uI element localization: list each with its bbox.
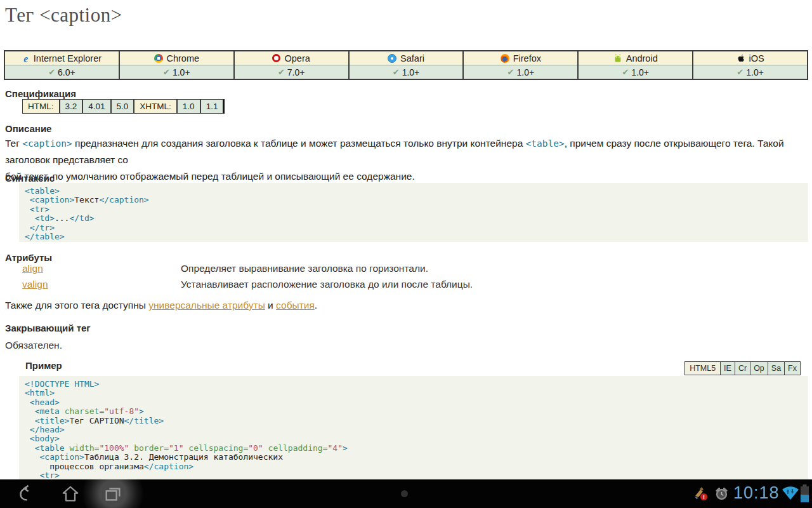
browser-name: Internet Explorer: [34, 53, 102, 64]
home-button[interactable]: [61, 485, 80, 504]
cleaner-notification-icon: !: [693, 486, 709, 502]
attribute-description: Устанавливает расположение заголовка до …: [181, 279, 473, 290]
code-token: <meta: [25, 406, 65, 416]
code-token: border=: [129, 443, 169, 453]
section-heading-specification: Спецификация: [5, 88, 76, 99]
check-icon: ✔: [508, 67, 514, 77]
chrome-icon: [154, 54, 163, 63]
code-token: >: [343, 443, 348, 453]
browser-name: Safari: [400, 53, 424, 64]
code-token: Тег CAPTION: [69, 416, 124, 425]
navbar-center-dot: [401, 490, 408, 497]
browser-version: 1.0+: [746, 67, 764, 77]
spec-cell-32: 3.2: [59, 100, 82, 113]
code-token: <caption>: [25, 452, 84, 462]
code-token: </title>: [124, 416, 164, 425]
spec-cell-html: HTML:: [23, 100, 59, 113]
syntax-code-block: <table> <caption>Текст</caption> <tr> <t…: [19, 183, 808, 242]
code-token: "4": [327, 443, 342, 453]
section-heading-closing-tag: Закрывающий тег: [5, 323, 91, 333]
specification-table: HTML:3.24.015.0XHTML:1.01.1: [22, 99, 225, 114]
attribute-description: Определяет выравнивание заголовка по гор…: [181, 263, 428, 274]
browser-name-cell: Chrome: [120, 51, 233, 65]
code-token: </td>: [69, 213, 94, 223]
browser-version-cell: ✔1.0+: [693, 65, 807, 79]
code-token: <html>: [25, 388, 55, 398]
code-token: </table>: [25, 232, 65, 241]
code-token: <table>: [526, 138, 565, 149]
code-token: >: [139, 406, 144, 416]
code-token: </head>: [25, 425, 65, 434]
code-token: charset=: [65, 406, 105, 416]
browser-name-cell: Internet Explorer: [5, 51, 119, 65]
code-token: <caption>: [22, 138, 72, 149]
example-tab-op[interactable]: Op: [750, 362, 768, 375]
code-token: </caption>: [99, 195, 148, 204]
code-token: <tr>: [25, 471, 60, 479]
check-icon: ✔: [278, 67, 285, 77]
code-token: <caption>: [25, 195, 74, 204]
browser-support-table: Internet Explorer✔6.0+Chrome✔1.0+Opera✔7…: [4, 50, 808, 80]
alarm-clock-icon: [714, 486, 729, 501]
code-token: width=: [69, 443, 99, 453]
code-token: "100%": [99, 443, 129, 453]
browser-column-ios: iOS✔1.0+: [692, 51, 807, 79]
example-code-block: <!DOCTYPE HTML><html> <head> <meta chars…: [19, 376, 808, 479]
spec-cell-401: 4.01: [82, 100, 110, 113]
attribute-row: alignОпределяет выравнивание заголовка п…: [5, 263, 808, 279]
code-token: предназначен для создания заголовка к та…: [72, 138, 526, 149]
browser-column-ie: Internet Explorer✔6.0+: [5, 51, 119, 79]
code-token: cellpadding=: [263, 443, 328, 453]
browser-version-cell: ✔1.0+: [579, 65, 692, 79]
check-icon: ✔: [393, 67, 400, 77]
attributes-note: Также для этого тега доступны универсаль…: [5, 297, 808, 314]
android-icon: [613, 54, 622, 63]
code-token: Тег: [5, 138, 22, 149]
attributes-list: alignОпределяет выравнивание заголовка п…: [5, 263, 808, 295]
code-token: "1": [169, 443, 183, 453]
attribute-link-valign[interactable]: valign: [22, 279, 181, 290]
firefox-icon: [501, 54, 509, 63]
code-token: <table>: [25, 186, 60, 196]
browser-version-cell: ✔1.0+: [350, 65, 463, 79]
code-token: "0": [248, 443, 263, 453]
example-tab-ie[interactable]: IE: [720, 362, 735, 375]
browser-column-android: Android✔1.0+: [577, 51, 692, 79]
browser-version: 7.0+: [287, 67, 305, 77]
browser-version: 1.0+: [631, 67, 649, 77]
wifi-icon: [782, 485, 799, 502]
browser-version-cell: ✔1.0+: [120, 65, 233, 79]
browser-version: 1.0+: [402, 67, 420, 77]
status-clock: 10:18: [733, 483, 780, 503]
apple-icon: [737, 54, 745, 63]
browser-column-firefox: Firefox✔1.0+: [462, 51, 577, 79]
example-tab-fx[interactable]: Fx: [784, 362, 800, 375]
spec-cell-11: 1.1: [200, 100, 223, 113]
inline-link[interactable]: события: [276, 300, 315, 311]
browser-name: Opera: [284, 53, 310, 64]
browser-name-cell: Opera: [235, 51, 348, 65]
attribute-link-align[interactable]: align: [22, 263, 181, 274]
inline-link[interactable]: универсальные атрибуты: [148, 300, 265, 311]
browser-name-cell: Android: [579, 51, 692, 65]
back-button[interactable]: [15, 485, 34, 504]
android-screen: Тег <caption> Internet Explorer✔6.0+Chro…: [0, 0, 812, 508]
recent-apps-button[interactable]: [103, 485, 122, 504]
browser-column-opera: Opera✔7.0+: [233, 51, 348, 79]
code-token: </tr>: [25, 223, 55, 232]
browser-version-cell: ✔6.0+: [5, 65, 119, 79]
section-heading-attributes: Атрибуты: [5, 252, 52, 263]
example-tab-html5[interactable]: HTML5: [685, 362, 720, 375]
check-icon: ✔: [163, 67, 170, 77]
code-token: <tr>: [25, 204, 49, 214]
check-icon: ✔: [48, 67, 55, 77]
code-token: <!DOCTYPE HTML>: [25, 379, 99, 389]
example-tab-cr[interactable]: Cr: [735, 362, 750, 375]
code-token: процессов организма: [25, 462, 144, 471]
example-tab-sa[interactable]: Sa: [768, 362, 784, 375]
browser-name-cell: Firefox: [464, 51, 577, 65]
browser-name: Android: [626, 53, 658, 64]
internet-explorer-icon: [22, 54, 30, 63]
spec-cell-xhtml: XHTML:: [133, 100, 176, 113]
browser-version: 6.0+: [58, 67, 75, 77]
